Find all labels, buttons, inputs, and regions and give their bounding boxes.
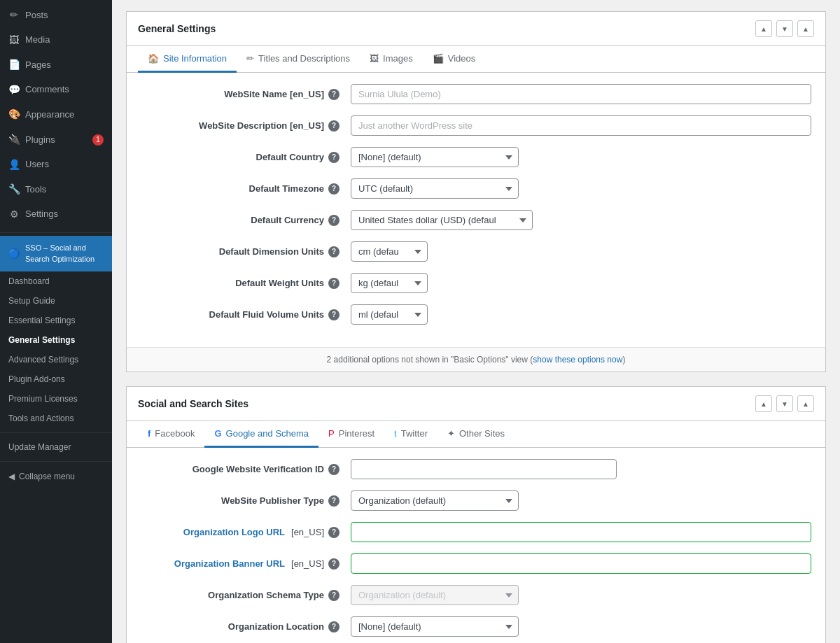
sidebar-item-comments[interactable]: 💬 Comments <box>0 78 112 103</box>
default-country-field: [None] (default) <box>351 147 811 167</box>
sidebar-item-premium-licenses[interactable]: Premium Licenses <box>0 389 112 409</box>
sidebar-item-general-settings[interactable]: General Settings <box>0 330 112 350</box>
tab-images[interactable]: 🖼 Images <box>360 46 423 73</box>
sidebar-item-advanced-settings[interactable]: Advanced Settings <box>0 350 112 369</box>
tab-pinterest[interactable]: P Pinterest <box>318 421 384 448</box>
general-settings-footer: 2 additional options not shown in "Basic… <box>127 347 825 372</box>
default-fluid-row: Default Fluid Volume Units ? ml (defaul <box>141 304 811 325</box>
social-search-title: Social and Search Sites <box>138 398 248 409</box>
default-weight-help-icon[interactable]: ? <box>328 278 340 289</box>
sidebar-item-tools[interactable]: 🔧 Tools <box>0 177 112 202</box>
default-weight-select[interactable]: kg (defaul <box>351 273 428 293</box>
google-verification-help-icon[interactable]: ? <box>328 464 340 475</box>
org-schema-help-icon[interactable]: ? <box>328 590 340 601</box>
default-dimension-help-icon[interactable]: ? <box>328 246 340 257</box>
panel-collapse-button[interactable]: ▲ <box>797 20 814 37</box>
website-name-label: WebSite Name [en_US] ? <box>141 89 351 100</box>
org-banner-link[interactable]: Organization Banner URL <box>174 558 285 569</box>
org-schema-select[interactable]: Organization (default) <box>351 585 519 605</box>
default-country-select[interactable]: [None] (default) <box>351 147 519 167</box>
org-banner-input[interactable] <box>351 553 811 574</box>
org-logo-link[interactable]: Organization Logo URL <box>183 527 285 537</box>
sidebar-item-users[interactable]: 👤 Users <box>0 153 112 178</box>
default-country-help-icon[interactable]: ? <box>328 152 340 163</box>
plugins-icon: 🔌 <box>8 133 20 147</box>
org-location-field: [None] (default) <box>351 616 811 637</box>
default-currency-help-icon[interactable]: ? <box>328 215 340 226</box>
default-fluid-help-icon[interactable]: ? <box>328 309 340 320</box>
publisher-type-select[interactable]: Organization (default) <box>351 490 519 511</box>
sidebar-item-media[interactable]: 🖼 Media <box>0 28 112 53</box>
tab-twitter[interactable]: t Twitter <box>384 421 438 448</box>
social-panel-down-button[interactable]: ▼ <box>776 395 793 412</box>
plugins-badge: 1 <box>92 134 104 146</box>
website-name-help-icon[interactable]: ? <box>328 89 340 100</box>
collapse-icon: ◀ <box>8 472 15 481</box>
panel-up-button[interactable]: ▲ <box>755 20 772 37</box>
tab-site-information[interactable]: 🏠 Site Information <box>138 46 237 73</box>
default-timezone-select[interactable]: UTC (default) <box>351 178 519 199</box>
org-schema-row: Organization Schema Type ? Organization … <box>141 585 811 605</box>
default-timezone-label: Default Timezone ? <box>141 183 351 195</box>
publisher-type-row: WebSite Publisher Type ? Organization (d… <box>141 490 811 511</box>
sidebar-item-essential-settings[interactable]: Essential Settings <box>0 311 112 330</box>
social-panel-up-button[interactable]: ▲ <box>755 395 772 412</box>
sso-section: 🔵 SSO – Social and Search Optimization D… <box>0 232 112 487</box>
default-timezone-field: UTC (default) <box>351 178 811 199</box>
sso-header[interactable]: 🔵 SSO – Social and Search Optimization <box>0 236 112 271</box>
sidebar-item-tools-and-actions[interactable]: Tools and Actions <box>0 409 112 428</box>
comments-icon: 💬 <box>8 83 20 97</box>
website-name-input[interactable] <box>351 84 811 104</box>
default-fluid-field: ml (defaul <box>351 304 811 325</box>
sidebar-item-setup-guide[interactable]: Setup Guide <box>0 291 112 311</box>
sidebar-item-plugin-add-ons[interactable]: Plugin Add-ons <box>0 369 112 389</box>
social-panel-collapse-button[interactable]: ▲ <box>797 395 814 412</box>
tab-facebook[interactable]: f Facebook <box>138 421 204 448</box>
users-icon: 👤 <box>8 158 20 172</box>
sidebar-item-plugins[interactable]: 🔌 Plugins 1 <box>0 127 112 153</box>
website-name-field <box>351 84 811 104</box>
tab-google-schema[interactable]: G Google and Schema <box>204 421 318 448</box>
org-banner-help-icon[interactable]: ? <box>328 558 340 570</box>
default-fluid-label: Default Fluid Volume Units ? <box>141 309 351 320</box>
other-sites-icon: ✦ <box>447 428 455 439</box>
show-options-link[interactable]: show these options now <box>533 355 622 365</box>
org-logo-input[interactable] <box>351 522 811 542</box>
default-timezone-help-icon[interactable]: ? <box>328 183 340 195</box>
org-location-help-icon[interactable]: ? <box>328 621 340 633</box>
collapse-menu[interactable]: ◀ Collapse menu <box>0 466 112 487</box>
org-banner-field <box>351 553 811 574</box>
default-country-row: Default Country ? [None] (default) <box>141 147 811 167</box>
sidebar-item-update-manager[interactable]: Update Manager <box>0 437 112 457</box>
org-logo-help-icon[interactable]: ? <box>328 527 340 538</box>
posts-icon: ✏ <box>8 8 20 22</box>
google-verification-field <box>351 459 811 479</box>
main-content: General Settings ▲ ▼ ▲ 🏠 Site Informatio… <box>112 0 840 643</box>
default-fluid-select[interactable]: ml (defaul <box>351 304 428 325</box>
publisher-type-help-icon[interactable]: ? <box>328 495 340 507</box>
tab-videos[interactable]: 🎬 Videos <box>423 46 486 73</box>
sidebar-item-posts[interactable]: ✏ Posts <box>0 3 112 28</box>
org-location-select[interactable]: [None] (default) <box>351 616 519 637</box>
panel-down-button[interactable]: ▼ <box>776 20 793 37</box>
org-banner-label: Organization Banner URL [en_US] ? <box>141 558 351 570</box>
general-settings-header: General Settings ▲ ▼ ▲ <box>127 12 825 46</box>
social-panel-controls: ▲ ▼ ▲ <box>755 395 814 412</box>
general-settings-form: WebSite Name [en_US] ? WebSite Descripti… <box>127 73 825 347</box>
website-desc-input[interactable] <box>351 115 811 136</box>
tab-titles-descriptions[interactable]: ✏ Titles and Descriptions <box>237 46 360 73</box>
panel-controls: ▲ ▼ ▲ <box>755 20 814 37</box>
sidebar-item-appearance[interactable]: 🎨 Appearance <box>0 102 112 127</box>
sidebar-item-settings[interactable]: ⚙ Settings <box>0 202 112 227</box>
twitter-icon: t <box>394 428 397 439</box>
default-dimension-select[interactable]: cm (defau <box>351 241 428 262</box>
default-currency-select[interactable]: United States dollar (USD) (defaul <box>351 210 533 230</box>
website-desc-help-icon[interactable]: ? <box>328 120 340 132</box>
sidebar-item-dashboard[interactable]: Dashboard <box>0 271 112 291</box>
org-location-label: Organization Location ? <box>141 621 351 633</box>
google-verification-input[interactable] <box>351 459 617 479</box>
tab-other-sites[interactable]: ✦ Other Sites <box>438 421 514 448</box>
sidebar-item-pages[interactable]: 📄 Pages <box>0 52 112 78</box>
publisher-type-label: WebSite Publisher Type ? <box>141 495 351 507</box>
default-weight-row: Default Weight Units ? kg (defaul <box>141 273 811 293</box>
